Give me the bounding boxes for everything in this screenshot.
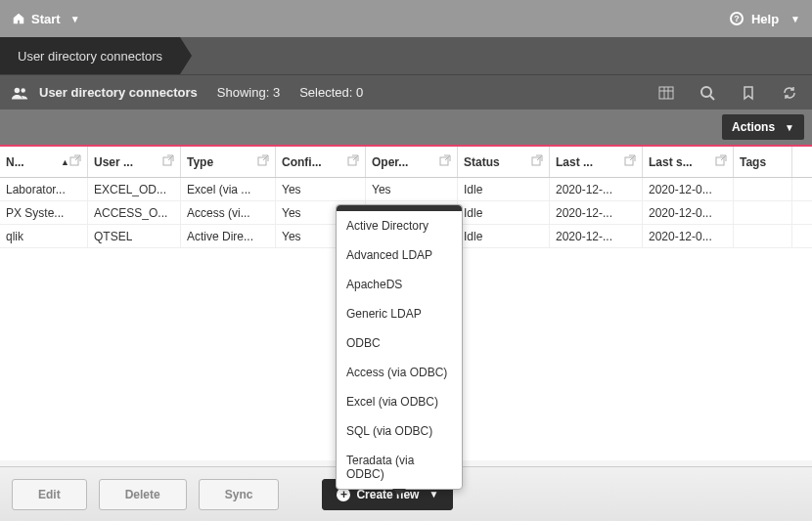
refresh-icon[interactable] [779, 82, 800, 104]
popout-icon[interactable] [69, 154, 81, 169]
table-cell: Laborator... [0, 178, 88, 200]
table-cell: Access (vi... [181, 201, 276, 224]
table-cell: Idle [458, 178, 550, 200]
table-cell: QTSEL [88, 225, 181, 247]
table-cell: Yes [276, 178, 366, 200]
table-cell: 2020-12-... [550, 201, 643, 224]
dropdown-item[interactable]: SQL (via ODBC) [337, 416, 462, 446]
help-icon: ? [730, 12, 744, 25]
popout-icon[interactable] [715, 154, 727, 169]
table-cell: 2020-12-0... [643, 225, 734, 247]
table-cell: 2020-12-... [550, 225, 643, 247]
page-title: User directory connectors [39, 85, 198, 100]
table-cell: qlik [0, 225, 88, 247]
popout-icon[interactable] [162, 154, 174, 169]
dropdown-item[interactable]: Excel (via ODBC) [337, 387, 462, 416]
selected-value: 0 [356, 85, 363, 100]
table-cell: EXCEL_OD... [88, 178, 181, 200]
column-label: Type [187, 155, 257, 169]
table-cell: ACCESS_O... [88, 201, 181, 224]
chevron-down-icon: ▼ [429, 489, 438, 499]
column-header[interactable]: Type [181, 147, 276, 177]
table-cell: Yes [366, 178, 458, 200]
table-cell: Active Dire... [181, 225, 276, 247]
table-row[interactable]: Laborator...EXCEL_OD...Excel (via ...Yes… [0, 178, 812, 201]
selected-label: Selected: [299, 85, 352, 100]
home-icon [12, 12, 25, 25]
svg-point-6 [701, 87, 711, 97]
column-label: Oper... [372, 155, 439, 169]
dropdown-item[interactable]: Access (via ODBC) [337, 358, 462, 387]
column-header[interactable]: N...▲ [0, 147, 88, 177]
table-cell [734, 201, 792, 224]
chevron-down-icon: ▼ [790, 14, 800, 24]
chevron-down-icon: ▼ [785, 122, 794, 133]
showing-value: 3 [273, 85, 280, 100]
svg-rect-2 [659, 87, 673, 99]
dropdown-item[interactable]: ApacheDS [337, 270, 462, 299]
column-header[interactable]: Tags [734, 147, 792, 177]
table-cell: Excel (via ... [181, 178, 276, 200]
popout-icon[interactable] [347, 154, 359, 169]
sort-asc-icon: ▲ [61, 157, 69, 167]
table-cell: PX Syste... [0, 201, 88, 224]
column-label: Status [464, 155, 531, 169]
popout-icon[interactable] [531, 154, 543, 169]
columns-icon[interactable] [655, 82, 677, 104]
dropdown-item[interactable]: Active Directory [337, 211, 462, 240]
help-label: Help [751, 12, 779, 26]
dropdown-item[interactable]: Generic LDAP [337, 299, 462, 328]
column-header[interactable]: User ... [88, 147, 181, 177]
showing-label: Showing: [217, 85, 269, 100]
sync-button[interactable]: Sync [199, 479, 280, 510]
actions-button[interactable]: Actions ▼ [722, 114, 804, 140]
column-label: Last ... [556, 155, 624, 169]
table-cell: 2020-12-0... [643, 201, 734, 224]
search-icon[interactable] [697, 82, 718, 104]
popout-icon[interactable] [439, 154, 451, 169]
column-header[interactable]: Last ... [550, 147, 643, 177]
table-cell [734, 178, 792, 200]
column-label: Confi... [282, 155, 347, 169]
users-icon [12, 86, 29, 100]
popout-icon[interactable] [257, 154, 269, 169]
column-label: Tags [740, 155, 786, 169]
column-label: N... [6, 155, 59, 169]
column-header[interactable]: Oper... [366, 147, 458, 177]
dropdown-arrow-icon [392, 489, 406, 496]
table-cell: Idle [458, 201, 550, 224]
table-cell: 2020-12-0... [643, 178, 734, 200]
table-header: N...▲User ...TypeConfi...Oper...StatusLa… [0, 147, 812, 178]
create-new-dropdown: Active DirectoryAdvanced LDAPApacheDSGen… [336, 204, 463, 490]
breadcrumb-bar: User directory connectors [0, 37, 812, 74]
chevron-down-icon: ▼ [70, 14, 80, 24]
dropdown-item[interactable]: ODBC [337, 328, 462, 358]
svg-point-1 [21, 88, 24, 92]
column-header[interactable]: Confi... [276, 147, 366, 177]
start-label: Start [31, 12, 61, 26]
table-cell [734, 225, 792, 247]
info-bar: User directory connectors Showing: 3 Sel… [0, 74, 812, 109]
dropdown-item[interactable]: Advanced LDAP [337, 240, 462, 270]
edit-button[interactable]: Edit [12, 479, 87, 510]
bookmark-icon[interactable] [738, 82, 759, 104]
top-bar: Start ▼ ? Help ▼ [0, 0, 812, 37]
table-cell: 2020-12-... [550, 178, 643, 200]
column-label: Last s... [649, 155, 715, 169]
actions-label: Actions [732, 120, 775, 134]
dropdown-item[interactable]: Teradata (via ODBC) [337, 446, 462, 489]
svg-line-7 [710, 96, 714, 100]
table-cell: Idle [458, 225, 550, 247]
start-menu[interactable]: Start ▼ [12, 12, 80, 26]
actions-row: Actions ▼ [0, 109, 812, 145]
breadcrumb-label: User directory connectors [18, 49, 162, 64]
svg-point-0 [15, 87, 20, 92]
column-label: User ... [94, 155, 162, 169]
column-header[interactable]: Status [458, 147, 550, 177]
breadcrumb-tab[interactable]: User directory connectors [0, 37, 180, 74]
popout-icon[interactable] [624, 154, 636, 169]
column-header[interactable]: Last s... [643, 147, 734, 177]
help-menu[interactable]: ? Help ▼ [730, 12, 800, 26]
delete-button[interactable]: Delete [99, 479, 187, 510]
